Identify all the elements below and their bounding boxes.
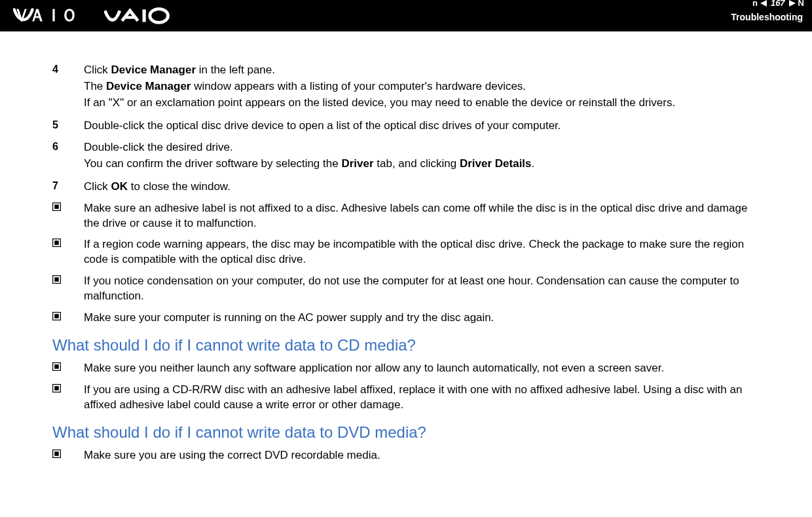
- svg-rect-16: [54, 386, 59, 391]
- bold-text: OK: [111, 180, 128, 193]
- heading-cd-media: What should I do if I cannot write data …: [52, 336, 760, 354]
- bullet-item: Make sure an adhesive label is not affix…: [52, 201, 760, 231]
- step-text: Click Device Manager in the left pane. T…: [84, 63, 760, 112]
- page-number: 167: [769, 0, 786, 8]
- bold-text: Device Manager: [106, 80, 191, 92]
- text: in the left pane.: [196, 64, 275, 76]
- bullet-item: If you are using a CD-R/RW disc with an …: [52, 383, 760, 413]
- svg-text:ＶＡＩＯ: ＶＡＩＯ: [13, 7, 77, 24]
- step-number: 7: [52, 180, 84, 195]
- step-6: 6 Double-click the desired drive. You ca…: [52, 140, 760, 173]
- text: If an "X" or an exclamation point appear…: [84, 96, 760, 111]
- svg-rect-10: [54, 278, 59, 282]
- checkbox-icon: [52, 237, 84, 267]
- bullet-item: If you notice condensation on your compu…: [52, 274, 760, 304]
- svg-rect-8: [54, 241, 59, 246]
- bullet-item: Make sure you are using the correct DVD …: [52, 448, 760, 463]
- checkbox-icon: [52, 311, 84, 326]
- checkbox-icon: [52, 274, 84, 304]
- svg-rect-12: [54, 314, 59, 318]
- text: window appears with a listing of your co…: [191, 80, 526, 92]
- bullet-text: Make sure you are using the correct DVD …: [84, 448, 760, 463]
- bold-text: Device Manager: [111, 64, 196, 76]
- bullet-text: If you are using a CD-R/RW disc with an …: [84, 383, 760, 413]
- bullet-item: If a region code warning appears, the di…: [52, 237, 760, 267]
- bullet-text: If a region code warning appears, the di…: [84, 237, 760, 267]
- svg-rect-18: [54, 451, 59, 456]
- checkbox-icon: [52, 448, 84, 463]
- step-number: 5: [52, 119, 84, 134]
- page-nav[interactable]: n 167 N: [752, 0, 804, 8]
- bullet-text: Make sure your computer is running on th…: [84, 311, 760, 326]
- bullet-item: Make sure your computer is running on th…: [52, 311, 760, 326]
- checkbox-icon: [52, 361, 84, 376]
- step-number: 6: [52, 140, 84, 173]
- step-4: 4 Click Device Manager in the left pane.…: [52, 63, 760, 112]
- page-content: 4 Click Device Manager in the left pane.…: [0, 31, 812, 463]
- page-header: ＶＡＩＯ n 167 N Troubleshooting: [0, 0, 812, 31]
- text: You can confirm the driver software by s…: [84, 157, 341, 170]
- nav-n-lower: n: [752, 0, 758, 8]
- svg-rect-3: [142, 9, 145, 22]
- bullet-text: Make sure an adhesive label is not affix…: [84, 201, 760, 231]
- svg-rect-6: [54, 204, 59, 209]
- arrow-right-icon[interactable]: [789, 0, 796, 7]
- step-number: 4: [52, 63, 84, 112]
- step-7: 7 Click OK to close the window.: [52, 180, 760, 195]
- section-title: Troubleshooting: [731, 12, 803, 22]
- vaio-logo: ＶＡＩＯ: [13, 7, 202, 24]
- bullet-text: If you notice condensation on your compu…: [84, 274, 760, 304]
- svg-rect-14: [54, 364, 59, 369]
- bold-text: Driver: [341, 157, 373, 170]
- text: tab, and clicking: [374, 157, 460, 170]
- bold-text: Driver Details: [460, 157, 532, 170]
- step-text: Double-click the desired drive. You can …: [84, 140, 760, 173]
- bullet-text: Make sure you neither launch any softwar…: [84, 361, 760, 376]
- text: The: [84, 80, 106, 92]
- text: to close the window.: [128, 180, 231, 193]
- text: Click: [84, 64, 111, 76]
- checkbox-icon: [52, 201, 84, 231]
- step-text: Double-click the optical disc drive devi…: [84, 119, 760, 134]
- text: Double-click the desired drive.: [84, 140, 760, 155]
- text: .: [532, 157, 535, 170]
- svg-point-4: [149, 9, 168, 23]
- checkbox-icon: [52, 383, 84, 413]
- heading-dvd-media: What should I do if I cannot write data …: [52, 423, 760, 442]
- nav-n-upper: N: [798, 0, 804, 8]
- step-text: Click OK to close the window.: [84, 180, 760, 195]
- text: Click: [84, 180, 111, 193]
- arrow-left-icon[interactable]: [760, 0, 767, 7]
- bullet-item: Make sure you neither launch any softwar…: [52, 361, 760, 376]
- step-5: 5 Double-click the optical disc drive de…: [52, 119, 760, 134]
